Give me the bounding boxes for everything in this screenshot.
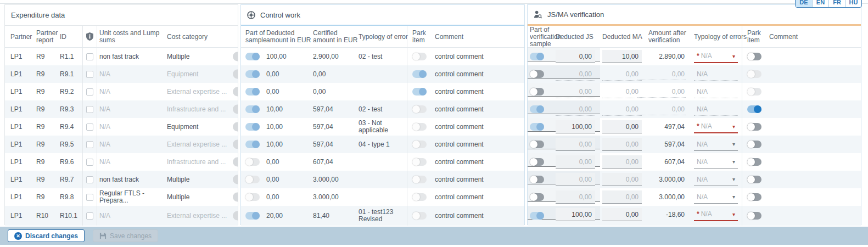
park-item-toggle[interactable] xyxy=(412,88,427,96)
amount-after-verification-cell: 0,00 xyxy=(637,68,686,80)
part-of-sample-toggle[interactable] xyxy=(245,193,260,201)
park-item-toggle[interactable] xyxy=(412,70,427,78)
deducted-js-input[interactable] xyxy=(556,208,595,221)
row-checkbox[interactable] xyxy=(86,212,93,220)
row-checkbox[interactable] xyxy=(86,88,93,96)
part-of-verification-sample-toggle[interactable] xyxy=(530,53,544,60)
verification-park-item-toggle[interactable] xyxy=(747,105,761,113)
deducted-js-input[interactable] xyxy=(556,173,595,186)
row-checkbox[interactable] xyxy=(86,124,93,131)
deducted-js-input[interactable] xyxy=(556,68,595,81)
deducted-ma-input[interactable] xyxy=(602,50,642,63)
id-cell: R9.2 xyxy=(60,83,84,100)
deducted-ma-input[interactable] xyxy=(602,85,642,98)
park-item-toggle[interactable] xyxy=(412,105,427,113)
deducted-js-input[interactable] xyxy=(556,190,595,204)
part-of-sample-toggle[interactable] xyxy=(245,123,260,131)
language-tab-en[interactable]: EN xyxy=(812,0,828,7)
part-of-sample-toggle[interactable] xyxy=(245,105,260,113)
part-of-verification-sample-toggle[interactable] xyxy=(530,176,544,183)
deducted-ma-input[interactable] xyxy=(602,208,642,221)
row-checkbox[interactable] xyxy=(86,141,93,148)
verification-park-item-toggle[interactable] xyxy=(747,212,761,220)
deducted-js-input[interactable] xyxy=(556,50,595,63)
part-of-sample-toggle[interactable] xyxy=(245,70,260,78)
language-tab-fr[interactable]: FR xyxy=(828,0,845,7)
verification-park-item-toggle[interactable] xyxy=(747,88,761,96)
partner-report-cell: R9 xyxy=(36,136,60,153)
deducted-js-input[interactable] xyxy=(556,155,595,169)
typology-of-errors-dropdown[interactable]: * N/A ▾ xyxy=(694,120,738,133)
part-of-sample-toggle[interactable] xyxy=(245,158,260,166)
required-asterisk: * xyxy=(697,52,699,60)
part-of-verification-sample-toggle[interactable] xyxy=(530,105,544,113)
partner-cell: LP1 xyxy=(10,65,36,83)
park-item-toggle[interactable] xyxy=(412,193,427,201)
part-of-verification-sample-toggle[interactable] xyxy=(530,193,544,201)
row-checkbox[interactable] xyxy=(86,106,93,113)
typology-of-errors-dropdown[interactable]: * N/A ▾ xyxy=(694,68,738,81)
deducted-js-input[interactable] xyxy=(556,85,595,98)
typology-of-errors-dropdown[interactable]: * N/A ▾ xyxy=(694,103,738,116)
park-item-toggle[interactable] xyxy=(412,123,427,131)
row-checkbox[interactable] xyxy=(86,194,93,201)
row-checkbox[interactable] xyxy=(86,53,93,60)
typology-of-errors-dropdown[interactable]: * N/A ▾ xyxy=(694,138,738,151)
language-tab-hu[interactable]: HU xyxy=(845,0,861,7)
control-work-table-row: 0,00 0,00 control comment xyxy=(241,65,524,83)
typology-of-errors-dropdown[interactable]: * N/A ▾ xyxy=(694,208,738,221)
save-changes-button[interactable]: Save changes xyxy=(93,229,158,242)
part-of-sample-toggle[interactable] xyxy=(245,88,260,96)
expenditure-table-row: LP1 R9 R9.1 N/A Equipment xyxy=(5,65,238,83)
part-of-verification-sample-toggle[interactable] xyxy=(530,123,544,131)
verification-park-item-toggle[interactable] xyxy=(747,53,761,60)
park-item-toggle[interactable] xyxy=(412,176,427,183)
part-of-verification-sample-toggle[interactable] xyxy=(530,158,544,166)
typology-of-errors-dropdown[interactable]: * N/A ▾ xyxy=(694,190,738,204)
part-of-sample-toggle[interactable] xyxy=(245,212,260,220)
chevron-down-icon: ▾ xyxy=(732,124,735,130)
row-checkbox[interactable] xyxy=(86,159,93,166)
deducted-ma-input[interactable] xyxy=(602,138,642,151)
unit-costs-cell: N/A xyxy=(99,83,165,100)
verification-park-item-toggle[interactable] xyxy=(747,193,761,201)
deducted-amount-cell: 10,00 xyxy=(266,136,310,153)
deducted-ma-input[interactable] xyxy=(602,173,642,186)
typology-of-errors-dropdown[interactable]: * N/A ▾ xyxy=(694,155,738,169)
certified-amount-cell: 597,04 xyxy=(313,100,357,118)
deducted-ma-input[interactable] xyxy=(602,103,642,116)
typology-of-errors-dropdown[interactable]: * N/A ▾ xyxy=(694,85,738,98)
deducted-js-input[interactable] xyxy=(556,103,595,116)
park-item-toggle[interactable] xyxy=(412,53,427,60)
part-of-verification-sample-toggle[interactable] xyxy=(530,212,544,220)
verification-park-item-toggle[interactable] xyxy=(747,123,761,131)
part-of-verification-sample-toggle[interactable] xyxy=(530,141,544,148)
park-item-toggle[interactable] xyxy=(412,141,427,148)
part-of-verification-sample-toggle[interactable] xyxy=(530,70,544,78)
part-of-sample-toggle[interactable] xyxy=(245,53,260,60)
deducted-ma-input[interactable] xyxy=(602,68,642,81)
verification-park-item-toggle[interactable] xyxy=(747,176,761,183)
deducted-ma-input[interactable] xyxy=(602,120,642,133)
part-of-sample-toggle[interactable] xyxy=(245,141,260,148)
part-of-sample-toggle[interactable] xyxy=(245,176,260,183)
verification-park-item-toggle[interactable] xyxy=(747,158,761,166)
part-of-verification-sample-toggle[interactable] xyxy=(530,88,544,96)
discard-changes-button[interactable]: ✕ Discard changes xyxy=(8,229,85,242)
deducted-ma-input[interactable] xyxy=(602,155,642,169)
verification-park-item-toggle[interactable] xyxy=(747,141,761,148)
typology-of-errors-dropdown[interactable]: * N/A ▾ xyxy=(694,173,738,186)
park-item-toggle[interactable] xyxy=(412,212,427,220)
deducted-ma-input[interactable] xyxy=(602,190,642,204)
row-checkbox[interactable] xyxy=(86,176,93,183)
cost-category-cell: External expertise ... xyxy=(167,83,234,100)
park-item-toggle[interactable] xyxy=(412,158,427,166)
verification-park-item-toggle[interactable] xyxy=(747,70,761,78)
language-switcher: DE EN FR HU xyxy=(795,0,862,8)
deducted-js-input[interactable] xyxy=(556,120,595,133)
language-tab-de[interactable]: DE xyxy=(796,0,812,7)
deducted-js-input[interactable] xyxy=(556,138,595,151)
row-checkbox[interactable] xyxy=(86,71,93,78)
typology-of-errors-dropdown[interactable]: * N/A ▾ xyxy=(694,50,738,63)
verification-table-row: 0,00 * N/A ▾ xyxy=(528,83,861,100)
